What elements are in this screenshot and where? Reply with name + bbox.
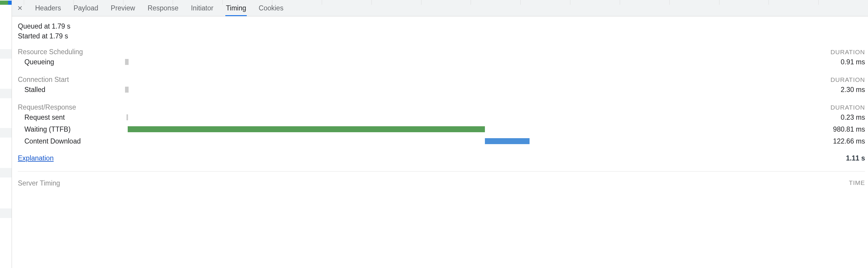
duration-header: DURATION [831, 104, 868, 111]
timing-row-label: Request sent [18, 114, 101, 121]
section-resource-scheduling: Resource Scheduling DURATION Queueing0.9… [18, 48, 868, 68]
timing-row: Stalled2.30 ms [18, 84, 868, 96]
timing-row-value: 122.66 ms [814, 137, 868, 145]
timing-panel: Queued at 1.79 s Started at 1.79 s Resou… [12, 17, 868, 268]
tab-payload[interactable]: Payload [73, 0, 98, 16]
timing-bar [125, 87, 129, 93]
section-connection-start: Connection Start DURATION Stalled2.30 ms [18, 76, 868, 96]
timing-row: Queueing0.91 ms [18, 56, 868, 68]
started-at: Started at 1.79 s [18, 32, 868, 40]
timing-row-label: Content Download [18, 137, 101, 145]
timing-bar-track [125, 114, 814, 120]
divider [18, 171, 865, 172]
timing-bar [128, 126, 485, 132]
timing-bar-track [125, 87, 814, 93]
section-title: Request/Response [18, 103, 101, 111]
tab-preview[interactable]: Preview [111, 0, 135, 16]
timing-row: Content Download122.66 ms [18, 135, 868, 147]
timing-row: Request sent0.23 ms [18, 111, 868, 123]
close-icon[interactable] [17, 5, 23, 11]
timing-bar-track [125, 138, 814, 144]
total-duration: 1.11 s [846, 154, 868, 162]
timing-row-value: 2.30 ms [814, 86, 868, 94]
duration-header: DURATION [831, 49, 868, 56]
timing-row-label: Stalled [18, 86, 101, 94]
timing-bar [126, 114, 128, 120]
section-request-response: Request/Response DURATION Request sent0.… [18, 103, 868, 147]
tab-timing[interactable]: Timing [226, 0, 246, 16]
duration-header: DURATION [831, 76, 868, 83]
timing-bar [485, 138, 530, 144]
timing-row-value: 0.91 ms [814, 58, 868, 66]
timing-row: Waiting (TTFB)980.81 ms [18, 123, 868, 135]
timing-bar-track [125, 59, 814, 65]
explanation-link[interactable]: Explanation [18, 154, 54, 162]
timing-row-label: Queueing [18, 58, 101, 66]
tab-headers[interactable]: Headers [35, 0, 61, 16]
tab-initiator[interactable]: Initiator [191, 0, 213, 16]
section-title: Connection Start [18, 76, 101, 84]
timing-row-value: 980.81 ms [814, 125, 868, 133]
timing-row-value: 0.23 ms [814, 114, 868, 121]
timing-bar-track [125, 126, 814, 132]
request-list-gutter [0, 0, 12, 268]
queued-at: Queued at 1.79 s [18, 22, 868, 30]
tab-cookies[interactable]: Cookies [259, 0, 283, 16]
timing-row-label: Waiting (TTFB) [18, 125, 101, 133]
server-timing-title: Server Timing [18, 179, 60, 187]
tab-response[interactable]: Response [148, 0, 179, 16]
section-title: Resource Scheduling [18, 48, 101, 56]
mini-timeline-bar [0, 1, 11, 5]
time-header: TIME [849, 179, 868, 187]
timing-bar [125, 59, 129, 65]
